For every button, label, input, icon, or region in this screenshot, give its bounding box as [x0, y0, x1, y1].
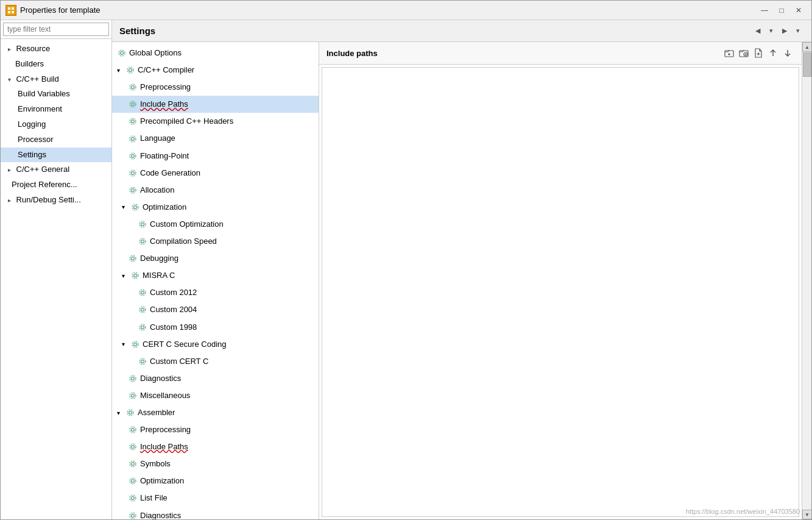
mid-tree-item-custom-2012[interactable]: Custom 2012: [112, 284, 319, 301]
scroll-down-button[interactable]: ▼: [802, 510, 811, 519]
svg-point-45: [132, 394, 135, 397]
mid-tree-item-language[interactable]: Language: [112, 130, 319, 147]
svg-point-40: [132, 341, 138, 347]
svg-point-5: [121, 52, 124, 55]
mid-tree-item-floating-point[interactable]: Floating-Point: [112, 148, 319, 165]
svg-point-58: [130, 495, 136, 501]
svg-point-29: [132, 257, 135, 260]
forward-dropdown-button[interactable]: ▾: [792, 25, 804, 37]
mid-tree-item-debugging[interactable]: Debugging: [112, 250, 319, 267]
svg-point-57: [132, 497, 135, 500]
scrollbar[interactable]: ▲ ▼: [802, 42, 811, 519]
main-window: Properties for template — □ ✕ ▸ Resource…: [0, 0, 812, 520]
gear-icon: [128, 99, 138, 109]
mid-tree-item-include-paths[interactable]: Include Paths: [112, 96, 319, 113]
left-tree: ▸ Resource Builders ▾ C/C++ Build Build …: [1, 39, 111, 519]
mid-tree-item-asm-symbols[interactable]: Symbols: [112, 455, 319, 472]
gear-icon: [128, 168, 138, 178]
mid-tree-item-cert-c[interactable]: ▾ CERT C Secure Coding: [112, 336, 319, 353]
add-file-button[interactable]: [752, 47, 765, 59]
back-dropdown-button[interactable]: ▾: [765, 25, 777, 37]
back-button[interactable]: ◀: [752, 25, 764, 37]
svg-point-53: [132, 463, 135, 466]
sidebar-item-environment[interactable]: Environment: [1, 102, 111, 117]
title-bar-left: Properties for template: [5, 5, 101, 16]
svg-point-28: [139, 238, 146, 244]
forward-button[interactable]: ▶: [778, 25, 791, 37]
move-up-button[interactable]: [766, 47, 780, 59]
mid-tree-item-code-generation[interactable]: Code Generation: [112, 165, 319, 182]
svg-point-17: [132, 154, 135, 157]
expand-icon: ▸: [8, 196, 14, 205]
gear-icon: [138, 357, 147, 366]
svg-point-16: [130, 136, 136, 142]
mid-tree-item-asm-list-file[interactable]: List File: [112, 490, 319, 507]
sidebar-item-build-variables[interactable]: Build Variables: [1, 87, 111, 102]
scroll-up-button[interactable]: ▲: [802, 42, 811, 52]
mid-tree-item-compilation-speed[interactable]: Compilation Speed: [112, 233, 319, 250]
filter-input[interactable]: [3, 23, 109, 36]
app-icon: [5, 5, 16, 16]
settings-layout: Global Options ▾ C/C++ Compiler: [112, 42, 811, 519]
title-bar: Properties for template — □ ✕: [1, 1, 811, 20]
mid-tree-item-asm-include-paths[interactable]: Include Paths: [112, 438, 319, 455]
sidebar-item-ccpp-build[interactable]: ▾ C/C++ Build: [1, 72, 111, 87]
sidebar-item-ccpp-general[interactable]: ▸ C/C++ General: [1, 162, 111, 177]
mid-tree-item-custom-2004[interactable]: Custom 2004: [112, 301, 319, 318]
scroll-thumb[interactable]: [803, 52, 811, 77]
mid-tree-item-ccpp-compiler[interactable]: ▾ C/C++ Compiler: [112, 62, 319, 79]
window-title: Properties for template: [20, 5, 101, 15]
sidebar-item-builders[interactable]: Builders: [1, 57, 111, 72]
svg-point-54: [130, 461, 136, 467]
mid-tree-item-custom-optimization[interactable]: Custom Optimization: [112, 216, 319, 233]
maximize-button[interactable]: □: [774, 4, 789, 16]
mid-tree-item-custom-1998[interactable]: Custom 1998: [112, 319, 319, 336]
mid-tree-item-asm-preprocessing[interactable]: Preprocessing: [112, 421, 319, 438]
sidebar-item-run-debug[interactable]: ▸ Run/Debug Setti...: [1, 193, 111, 208]
gear-icon: [128, 82, 138, 92]
svg-point-39: [134, 343, 137, 346]
add-folder-button[interactable]: [722, 47, 736, 59]
mid-tree-item-optimization[interactable]: ▾ Optimization: [112, 199, 319, 216]
close-button[interactable]: ✕: [791, 4, 807, 16]
mid-tree-item-diagnostics[interactable]: Diagnostics: [112, 370, 319, 387]
svg-point-21: [132, 188, 135, 191]
mid-tree-item-miscellaneous[interactable]: Miscellaneous: [112, 387, 319, 404]
mid-tree-item-custom-cert-c[interactable]: Custom CERT C: [112, 353, 319, 370]
add-workspace-button[interactable]: [737, 47, 750, 59]
mid-tree-item-misra-c[interactable]: ▾ MISRA C: [112, 267, 319, 284]
gear-icon: [138, 305, 147, 315]
mid-tree-item-allocation[interactable]: Allocation: [112, 182, 319, 199]
sidebar-item-resource[interactable]: ▸ Resource: [1, 41, 111, 57]
minimize-button[interactable]: —: [757, 4, 772, 16]
gear-icon: [128, 476, 138, 486]
sidebar-item-logging[interactable]: Logging: [1, 117, 111, 132]
expand-icon: ▾: [117, 408, 123, 418]
svg-point-30: [130, 255, 136, 262]
gear-icon: [138, 219, 147, 229]
move-down-button[interactable]: [781, 47, 794, 59]
sidebar-item-settings[interactable]: Settings: [1, 148, 111, 163]
sidebar-item-processor[interactable]: Processor: [1, 132, 111, 148]
mid-tree-item-assembler[interactable]: ▾ Assembler: [112, 404, 319, 421]
sidebar-item-project-references[interactable]: Project Referenc...: [1, 177, 111, 193]
mid-tree-item-asm-diagnostics[interactable]: Diagnostics: [112, 507, 319, 519]
svg-point-36: [139, 307, 146, 313]
content-toolbar: [722, 47, 794, 59]
svg-point-6: [119, 50, 125, 56]
content-panel: Include paths: [319, 42, 802, 519]
content-header: Include paths: [319, 42, 802, 65]
mid-tree-item-asm-optimization[interactable]: Optimization: [112, 472, 319, 490]
left-panel: ▸ Resource Builders ▾ C/C++ Build Build …: [1, 20, 112, 519]
expand-icon: ▾: [122, 271, 128, 281]
gear-icon: [128, 459, 138, 469]
gear-icon: [128, 185, 138, 195]
svg-point-37: [141, 326, 144, 329]
svg-point-18: [130, 153, 136, 159]
mid-tree-item-preprocessing[interactable]: Preprocessing: [112, 79, 319, 96]
include-paths-list[interactable]: [322, 67, 799, 517]
svg-point-48: [127, 410, 133, 416]
mid-tree-item-precompiled-headers[interactable]: Precompiled C++ Headers: [112, 113, 319, 130]
mid-tree-item-global-options[interactable]: Global Options: [112, 45, 319, 62]
gear-icon: [128, 511, 138, 519]
